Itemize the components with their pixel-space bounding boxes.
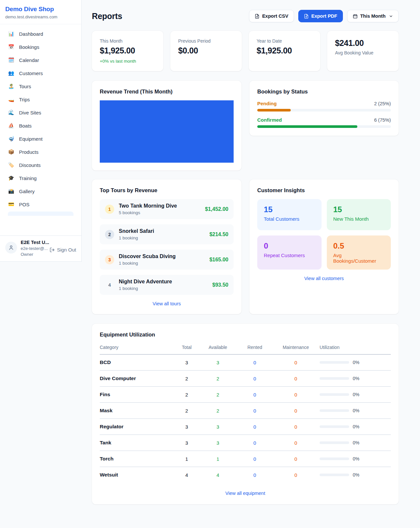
calendar-icon: 🗓️ — [8, 57, 14, 63]
cell-total: 1 — [175, 451, 198, 467]
sidebar-item-discounts[interactable]: 🏷️ Discounts — [4, 158, 77, 172]
pos-icon: 💳 — [8, 201, 14, 207]
sidebar-item-label: Boats — [19, 123, 32, 129]
user-panel: E2E Test U... e2e-tester@... Owner Sign … — [0, 235, 81, 261]
tile-value: 0.5 — [333, 241, 385, 251]
sidebar-item-customers[interactable]: 👥 Customers — [4, 67, 77, 80]
cell-rented: 0 — [238, 435, 272, 451]
column-header-maintenance: Maintenance — [272, 342, 320, 355]
export-csv-button[interactable]: Export CSV — [249, 10, 294, 22]
cell-rented: 0 — [238, 451, 272, 467]
tours-icon: 🏝️ — [8, 83, 14, 89]
cell-total: 3 — [175, 355, 198, 371]
sign-out-button[interactable]: Sign Out — [50, 247, 76, 253]
file-download-icon — [255, 14, 260, 19]
tile-label: Total Customers — [264, 216, 315, 222]
stat-card-this-month: This Month $1,925.00 +0% vs last month — [92, 31, 163, 71]
utilization-cell: 0% — [320, 440, 391, 445]
column-header-utilization: Utilization — [320, 342, 391, 355]
tile-label: New This Month — [333, 216, 385, 222]
status-row-pending: Pending 2 (25%) — [257, 101, 391, 112]
utilization-bar — [320, 474, 349, 476]
sidebar-nav: 📊 Dashboard 📅 Bookings 🗓️ Calendar 👥 Cus… — [0, 24, 81, 235]
stat-delta: +0% vs last month — [100, 59, 156, 64]
sidebar-item-dive-sites[interactable]: 🌊 Dive Sites — [4, 106, 77, 119]
page-title: Reports — [92, 11, 122, 21]
sidebar-item-training[interactable]: 🎓 Training — [4, 172, 77, 185]
sidebar-item-boats[interactable]: ⛵ Boats — [4, 119, 77, 132]
stat-label: Previous Period — [178, 38, 234, 44]
sidebar-item-calendar[interactable]: 🗓️ Calendar — [4, 53, 77, 67]
cell-available: 2 — [198, 403, 238, 419]
sidebar-item-label: Dive Sites — [19, 110, 41, 115]
export-csv-label: Export CSV — [262, 13, 288, 19]
cell-rented: 0 — [238, 371, 272, 387]
sidebar-item-gallery[interactable]: 📸 Gallery — [4, 185, 77, 198]
period-selector[interactable]: This Month — [347, 10, 399, 22]
sidebar-item-trips[interactable]: 🚤 Trips — [4, 93, 77, 106]
sidebar-item-pos[interactable]: 💳 POS — [4, 198, 77, 211]
calendar-icon — [353, 14, 358, 19]
tour-revenue: $214.50 — [209, 232, 228, 237]
cell-category: Mask — [100, 403, 175, 419]
view-all-tours-link[interactable]: View all tours — [100, 301, 234, 306]
tour-revenue: $165.00 — [209, 257, 228, 263]
shop-domain: demo.test.divestreams.com — [5, 14, 76, 19]
insight-tile-total-customers: 15 Total Customers — [257, 199, 322, 230]
tour-bookings: 1 booking — [119, 286, 172, 291]
utilization-cell: 0% — [320, 392, 391, 397]
sidebar-item-equipment[interactable]: 🤿 Equipment — [4, 132, 77, 145]
stat-value: $0.00 — [178, 46, 234, 55]
dashboard-icon: 📊 — [8, 31, 14, 37]
view-all-equipment-link[interactable]: View all equipment — [100, 491, 391, 496]
header-actions: Export CSV Export PDF This Month — [249, 10, 399, 22]
sidebar-item-tours[interactable]: 🏝️ Tours — [4, 80, 77, 93]
sidebar-header: Demo Dive Shop demo.test.divestreams.com — [0, 0, 81, 24]
sidebar-item-products[interactable]: 📦 Products — [4, 145, 77, 158]
table-row: Torch 1 1 0 0 0% — [100, 451, 391, 467]
sidebar-item-bookings[interactable]: 📅 Bookings — [4, 40, 77, 53]
cell-available: 3 — [198, 419, 238, 435]
cell-maintenance: 0 — [272, 371, 320, 387]
user-email: e2e-tester@... — [21, 246, 46, 251]
cell-total: 2 — [175, 371, 198, 387]
status-list: Pending 2 (25%) Confirmed 6 (75%) — [257, 101, 391, 128]
equipment-icon: 🤿 — [8, 136, 14, 142]
utilization-percent: 0% — [353, 440, 359, 445]
equipment-table: Category Total Available Rented Maintena… — [100, 342, 391, 483]
user-role: Owner — [21, 252, 46, 257]
trips-icon: 🚤 — [8, 96, 14, 102]
dive-sites-icon: 🌊 — [8, 110, 14, 115]
status-bar-fill — [257, 109, 291, 112]
export-pdf-button[interactable]: Export PDF — [298, 10, 343, 22]
sidebar-item-dashboard[interactable]: 📊 Dashboard — [4, 27, 77, 40]
cell-rented: 0 — [238, 419, 272, 435]
sidebar-item-label: Equipment — [19, 136, 43, 142]
status-row-confirmed: Confirmed 6 (75%) — [257, 117, 391, 128]
gallery-icon: 📸 — [8, 188, 14, 194]
stat-value: $1,925.00 — [257, 46, 312, 55]
customer-insights-card: Customer Insights 15 Total Customers 15 … — [249, 179, 399, 314]
sidebar-item-label: Trips — [19, 97, 30, 102]
cell-total: 3 — [175, 419, 198, 435]
cell-rented: 0 — [238, 355, 272, 371]
utilization-bar — [320, 361, 349, 364]
sidebar-item-label: Training — [19, 175, 37, 181]
utilization-percent: 0% — [353, 392, 359, 397]
view-all-customers-link[interactable]: View all customers — [257, 276, 391, 281]
utilization-cell: 0% — [320, 472, 391, 477]
utilization-percent: 0% — [353, 360, 359, 365]
stat-card-previous-period: Previous Period $0.00 — [170, 31, 242, 71]
charts-row: Revenue Trend (This Month) Bookings by S… — [92, 81, 399, 171]
sidebar-item-reports-active-partial[interactable] — [8, 212, 74, 216]
utilization-bar — [320, 425, 349, 428]
equipment-card: Equipment Utilization Category Total Ava… — [92, 324, 399, 504]
table-row: Tank 3 3 0 0 0% — [100, 435, 391, 451]
revenue-trend-chart — [100, 100, 234, 163]
tour-row: 2 Snorkel Safari 1 booking $214.50 — [100, 224, 234, 244]
table-row: BCD 3 3 0 0 0% — [100, 355, 391, 371]
cell-maintenance: 0 — [272, 387, 320, 403]
insight-tile-repeat-customers: 0 Repeat Customers — [257, 235, 322, 270]
bookings-status-title: Bookings by Status — [257, 89, 391, 95]
insight-tile-new-this-month: 15 New This Month — [327, 199, 391, 230]
